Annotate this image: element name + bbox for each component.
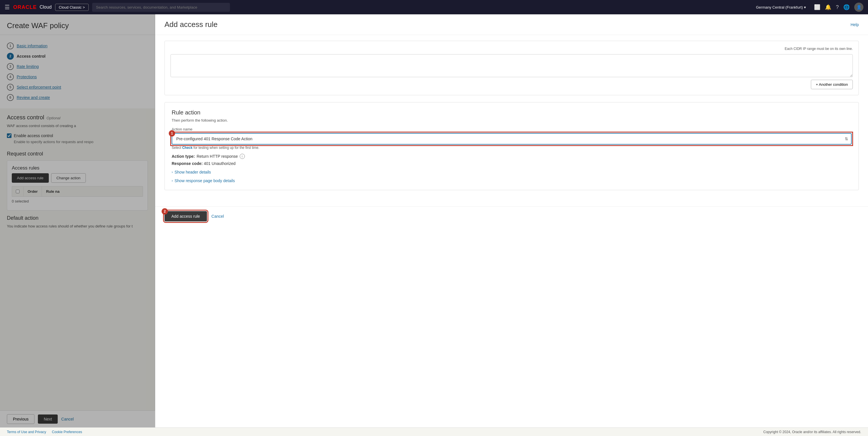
action-name-select-wrapper: Pre-configured 401 Response Code Action … <box>172 133 851 144</box>
select-hint-check: Check <box>182 146 193 150</box>
rule-action-section: Rule action Then perform the following a… <box>164 102 859 190</box>
panel-header: Add access rule Help <box>155 14 868 35</box>
right-panel: Add access rule Help Each CIDR IP range … <box>155 14 868 427</box>
navbar: ☰ ORACLE Cloud Cloud Classic > Germany C… <box>0 0 868 14</box>
panel-body: Each CIDR IP range must be on its own li… <box>155 35 868 206</box>
region-selector[interactable]: Germany Central (Frankfurt) ▾ <box>756 5 806 9</box>
oracle-logo: ORACLE Cloud <box>13 4 52 10</box>
bell-icon[interactable]: 🔔 <box>825 4 831 10</box>
select-hint-post: for testing when setting up for the firs… <box>193 146 259 150</box>
info-icon[interactable]: i <box>240 154 245 159</box>
action-type-row: Action type: Return HTTP response i <box>172 154 851 159</box>
show-header-details-label: Show header details <box>175 170 211 174</box>
cancel-footer-button[interactable]: Cancel <box>212 214 224 219</box>
rule-action-title: Rule action <box>172 109 851 116</box>
badge-1: 1 <box>169 130 175 137</box>
panel-title: Add access rule <box>164 20 218 29</box>
help-icon[interactable]: ? <box>836 4 839 10</box>
region-chevron-icon: ▾ <box>804 5 806 9</box>
response-code-row: Response code: 401 Unauthorized <box>172 161 851 166</box>
badge2-container: 2 Add access rule <box>164 211 207 222</box>
navbar-icons: ⬜ 🔔 ? 🌐 👤 <box>814 3 863 12</box>
cidr-note: Each CIDR IP range must be on its own li… <box>170 47 853 51</box>
show-response-body-label: Show response page body details <box>175 178 235 183</box>
response-code-label: Response code: <box>172 161 203 166</box>
avatar[interactable]: 👤 <box>854 3 863 12</box>
show-response-body-link[interactable]: › Show response page body details <box>172 178 851 183</box>
search-input[interactable] <box>92 3 230 12</box>
action-type-value: Return HTTP response <box>197 154 238 159</box>
chevron-right-icon-2: › <box>172 179 173 183</box>
show-header-details-link[interactable]: › Show header details <box>172 170 851 174</box>
badge-2: 2 <box>162 208 168 214</box>
cookies-link[interactable]: Cookie Preferences <box>52 430 82 434</box>
chevron-right-icon: › <box>172 170 173 174</box>
terminal-icon[interactable]: ⬜ <box>814 4 820 10</box>
globe-icon[interactable]: 🌐 <box>843 4 849 10</box>
rule-action-desc: Then perform the following action. <box>172 118 851 123</box>
condition-section: Each CIDR IP range must be on its own li… <box>164 41 859 95</box>
action-name-select[interactable]: Pre-configured 401 Response Code Action <box>172 133 851 144</box>
page-footer: Terms of Use and Privacy Cookie Preferen… <box>0 427 868 436</box>
another-condition-button[interactable]: + Another condition <box>811 80 853 89</box>
panel-footer: 2 Add access rule Cancel <box>155 206 868 226</box>
copyright-text: Copyright © 2024, Oracle and/or its affi… <box>763 430 861 434</box>
hamburger-icon[interactable]: ☰ <box>5 4 10 11</box>
footer-links: Terms of Use and Privacy Cookie Preferen… <box>7 430 82 434</box>
terms-link[interactable]: Terms of Use and Privacy <box>7 430 46 434</box>
region-label: Germany Central (Frankfurt) <box>756 5 803 9</box>
action-name-label: Action name <box>172 127 851 131</box>
response-code-value: 401 Unauthorized <box>204 161 236 166</box>
oracle-text: ORACLE <box>13 4 37 10</box>
main-area: Create WAF policy 1 Basic information 2 … <box>0 14 868 427</box>
cloud-classic-button[interactable]: Cloud Classic > <box>55 4 89 11</box>
cloud-text: Cloud <box>40 5 52 10</box>
add-access-rule-footer-button[interactable]: Add access rule <box>164 211 207 222</box>
badge1-container: 1 Pre-configured 401 Response Code Actio… <box>172 133 851 144</box>
action-type-label: Action type: <box>172 154 195 159</box>
cidr-textarea[interactable] <box>170 54 853 77</box>
select-hint: Select Check for testing when setting up… <box>172 146 851 150</box>
help-link[interactable]: Help <box>850 22 859 27</box>
another-condition-container: + Another condition <box>170 80 853 89</box>
